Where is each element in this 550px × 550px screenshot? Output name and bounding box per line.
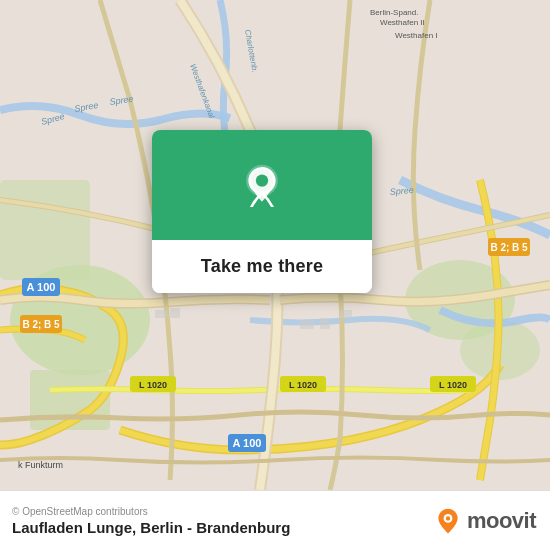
moovit-logo: moovit xyxy=(434,507,536,535)
svg-text:L 1020: L 1020 xyxy=(139,380,167,390)
bottom-info: © OpenStreetMap contributors Laufladen L… xyxy=(12,506,290,536)
svg-text:B 2; B 5: B 2; B 5 xyxy=(490,242,528,253)
svg-text:L 1020: L 1020 xyxy=(289,380,317,390)
location-popup: Take me there xyxy=(152,130,372,293)
svg-rect-32 xyxy=(300,320,314,329)
map-attribution: © OpenStreetMap contributors xyxy=(12,506,290,517)
svg-text:k Funkturm: k Funkturm xyxy=(18,460,63,470)
svg-text:L 1020: L 1020 xyxy=(439,380,467,390)
svg-rect-30 xyxy=(155,310,167,318)
take-me-there-button[interactable]: Take me there xyxy=(152,240,372,293)
svg-text:Berlin-Spand.: Berlin-Spand. xyxy=(370,8,418,17)
svg-text:Westhafen II: Westhafen II xyxy=(380,18,425,27)
moovit-pin-icon xyxy=(434,507,462,535)
location-name: Laufladen Lunge, Berlin - Brandenburg xyxy=(12,519,290,536)
svg-rect-2 xyxy=(0,180,90,280)
location-pin-icon xyxy=(240,163,284,207)
svg-text:B 2; B 5: B 2; B 5 xyxy=(22,319,60,330)
svg-point-40 xyxy=(446,516,450,520)
svg-text:Westhafen I: Westhafen I xyxy=(395,31,438,40)
popup-header xyxy=(152,130,372,240)
moovit-brand-name: moovit xyxy=(467,508,536,534)
svg-rect-33 xyxy=(320,318,330,329)
svg-rect-34 xyxy=(340,310,352,318)
bottom-bar: © OpenStreetMap contributors Laufladen L… xyxy=(0,490,550,550)
svg-text:Spree: Spree xyxy=(389,185,414,197)
svg-rect-31 xyxy=(170,308,180,318)
svg-point-38 xyxy=(256,174,268,186)
svg-text:A 100: A 100 xyxy=(233,437,262,449)
svg-text:A 100: A 100 xyxy=(27,281,56,293)
map-view[interactable]: Spree Spree Spree Spree A 100 A 100 B 2;… xyxy=(0,0,550,490)
